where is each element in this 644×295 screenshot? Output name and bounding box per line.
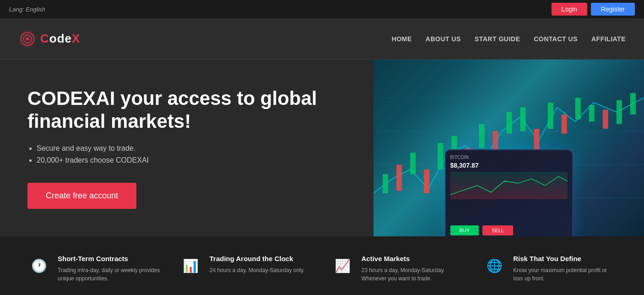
feature-risk-title: Risk That You Define <box>513 255 617 262</box>
hero-image: BITCOIN $8,307.87 BUY SELL <box>373 60 644 236</box>
feature-active-markets: 📈 Active Markets 23 hours a day, Monday-… <box>331 255 465 283</box>
feature-short-term-text: Short-Term Contracts Trading intra-day, … <box>58 255 161 283</box>
feature-short-term-desc: Trading intra-day, daily or weekly provi… <box>58 266 161 283</box>
feature-active-markets-desc: 23 hours a day, Monday-Saturday. Wheneve… <box>362 266 465 283</box>
svg-rect-26 <box>630 93 636 115</box>
feature-risk: 🌐 Risk That You Define Know your maximum… <box>483 255 617 283</box>
bullet-2: 20,000+ traders choose CODEXAI <box>37 156 346 164</box>
svg-rect-17 <box>507 112 512 134</box>
feature-risk-desc: Know your maximum potential profit or lo… <box>513 266 617 283</box>
register-button[interactable]: Register <box>591 3 635 16</box>
logo-text: CodeX <box>40 32 80 46</box>
top-bar: Lang: English Login Register <box>0 0 644 18</box>
nav-about[interactable]: ABOUT US <box>426 32 461 46</box>
device-label: BITCOIN <box>450 155 568 160</box>
svg-rect-10 <box>410 153 416 174</box>
create-account-button[interactable]: Create free account <box>27 183 136 209</box>
main-nav: HOME ABOUT US START GUIDE CONTACT US AFF… <box>392 32 626 46</box>
sell-button[interactable]: SELL <box>482 225 513 235</box>
logo[interactable]: CodeX <box>18 30 80 48</box>
feature-risk-text: Risk That You Define Know your maximum p… <box>513 255 617 283</box>
auth-buttons: Login Register <box>552 3 635 16</box>
device-mockup: BITCOIN $8,307.87 BUY SELL <box>445 149 573 236</box>
svg-rect-21 <box>562 115 567 134</box>
feature-short-term: 🕐 Short-Term Contracts Trading intra-day… <box>27 255 161 283</box>
logo-icon <box>18 30 37 48</box>
nav-home[interactable]: HOME <box>392 32 412 46</box>
hero-title: CODEXAI your access to global financial … <box>27 87 346 133</box>
svg-rect-9 <box>396 164 402 191</box>
site-header: CodeX HOME ABOUT US START GUIDE CONTACT … <box>0 18 644 60</box>
feature-trading-clock-text: Trading Around the Clock 24 hours a day,… <box>210 255 305 274</box>
svg-rect-24 <box>603 109 608 129</box>
feature-trading-clock-title: Trading Around the Clock <box>210 255 305 262</box>
feature-trading-clock: 📊 Trading Around the Clock 24 hours a da… <box>179 255 313 283</box>
lang-value: English <box>26 6 45 13</box>
login-button[interactable]: Login <box>552 3 587 16</box>
graph-icon: 📈 <box>331 255 354 278</box>
bullet-1: Secure and easy way to trade. <box>37 144 346 153</box>
feature-active-markets-title: Active Markets <box>362 255 465 262</box>
svg-rect-11 <box>424 169 429 193</box>
clock-icon: 🕐 <box>27 255 50 278</box>
hero-section: CODEXAI your access to global financial … <box>0 60 644 236</box>
svg-rect-23 <box>589 105 595 121</box>
chart-icon: 📊 <box>179 255 202 278</box>
svg-rect-22 <box>575 98 581 119</box>
nav-contact[interactable]: CONTACT US <box>534 32 578 46</box>
buy-button[interactable]: BUY <box>450 225 479 235</box>
svg-rect-25 <box>617 100 622 124</box>
globe-icon: 🌐 <box>483 255 506 278</box>
svg-rect-19 <box>534 129 540 150</box>
device-price: $8,307.87 <box>450 162 568 169</box>
svg-rect-20 <box>548 103 553 129</box>
svg-rect-16 <box>492 131 498 150</box>
nav-affiliate[interactable]: AFFILIATE <box>591 32 626 46</box>
svg-rect-12 <box>438 143 443 169</box>
svg-point-2 <box>26 38 29 40</box>
lang-prefix: Lang: <box>9 6 24 13</box>
device-trade-buttons: BUY SELL <box>450 225 568 235</box>
feature-active-markets-text: Active Markets 23 hours a day, Monday-Sa… <box>362 255 465 283</box>
language-selector: Lang: English <box>9 6 45 13</box>
hero-content: CODEXAI your access to global financial … <box>0 60 373 236</box>
svg-rect-15 <box>479 124 484 148</box>
svg-rect-18 <box>520 107 526 131</box>
features-section: 🕐 Short-Term Contracts Trading intra-day… <box>0 236 644 295</box>
feature-short-term-title: Short-Term Contracts <box>58 255 161 262</box>
nav-start-guide[interactable]: START GUIDE <box>475 32 520 46</box>
trading-visual: BITCOIN $8,307.87 BUY SELL <box>373 60 644 236</box>
svg-rect-8 <box>383 174 388 193</box>
feature-trading-clock-desc: 24 hours a day, Monday-Saturday only. <box>210 266 305 274</box>
hero-bullets: Secure and easy way to trade. 20,000+ tr… <box>37 144 346 168</box>
